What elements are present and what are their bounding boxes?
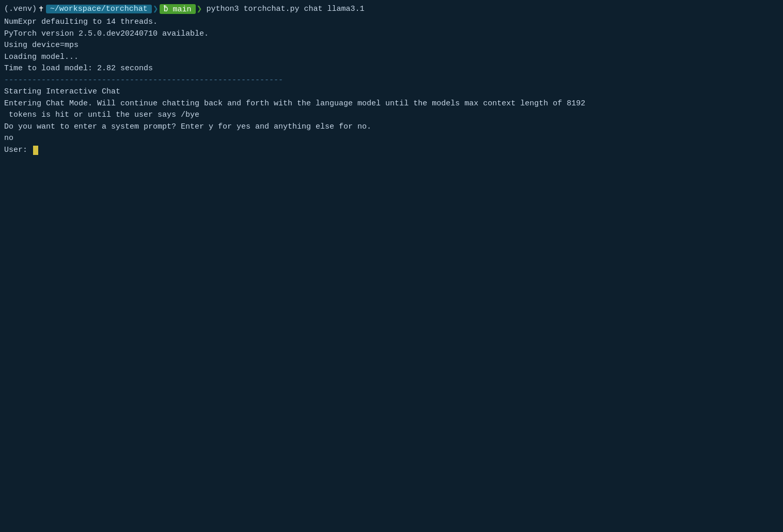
cross-icon: ✝ (39, 4, 44, 14)
separator-line: ----------------------------------------… (4, 75, 779, 87)
user-input-line[interactable]: User: (4, 145, 779, 157)
cursor (33, 146, 38, 155)
output-line-9: tokens is hit or until the user says /by… (4, 109, 779, 121)
arrow2-icon: ❯ (197, 3, 202, 14)
arrow1-icon: ❯ (153, 3, 159, 14)
user-prompt-label: User: (4, 145, 32, 157)
directory-label: ~/workspace/torchchat (46, 5, 152, 13)
branch-label: ƀ main (160, 4, 196, 14)
terminal[interactable]: (.venv) ✝ ~/workspace/torchchat ❯ ƀ main… (0, 0, 783, 532)
output-line-7: Starting Interactive Chat (4, 86, 779, 98)
output-line-3: Using device=mps (4, 40, 779, 52)
output-line-10: Do you want to enter a system prompt? En… (4, 121, 779, 133)
branch-icon: ƀ (164, 5, 173, 14)
prompt-line: (.venv) ✝ ~/workspace/torchchat ❯ ƀ main… (4, 3, 779, 14)
output-line-11: no (4, 133, 779, 145)
output-line-2: PyTorch version 2.5.0.dev20240710 availa… (4, 28, 779, 40)
output-line-1: NumExpr defaulting to 14 threads. (4, 17, 779, 28)
venv-label: (.venv) (4, 5, 37, 13)
output-line-8: Entering Chat Mode. Will continue chatti… (4, 98, 779, 110)
output-line-5: Time to load model: 2.82 seconds (4, 63, 779, 75)
output-line-4: Loading model... (4, 52, 779, 64)
command-text: python3 torchchat.py chat llama3.1 (206, 5, 364, 13)
